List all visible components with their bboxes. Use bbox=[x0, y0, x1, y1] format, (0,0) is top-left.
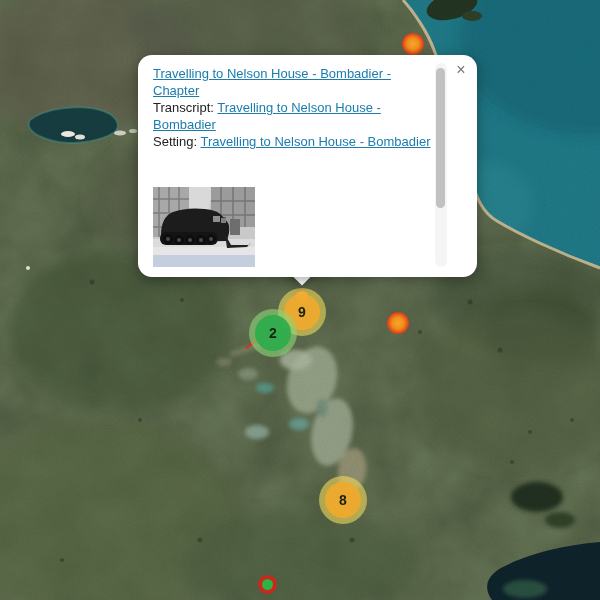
map-canvas[interactable]: 9 2 8 Travelling to Nelson House - Bomba… bbox=[0, 0, 600, 600]
popup-close-button[interactable]: × bbox=[453, 62, 469, 78]
cluster-count: 2 bbox=[255, 315, 291, 351]
map-point-marker-east[interactable] bbox=[387, 312, 409, 334]
transcript-label: Transcript: bbox=[153, 100, 217, 115]
map-popup: Travelling to Nelson House - Bombadier -… bbox=[138, 55, 477, 277]
setting-label: Setting: bbox=[153, 134, 200, 149]
cluster-count: 8 bbox=[325, 482, 361, 518]
bombardier-photo bbox=[153, 187, 255, 267]
cluster-marker-2[interactable]: 2 bbox=[249, 309, 297, 357]
map-point-marker-north[interactable] bbox=[402, 33, 424, 55]
popup-scrollbar-thumb[interactable] bbox=[436, 68, 445, 208]
story-title-link[interactable]: Travelling to Nelson House - Bombadier -… bbox=[153, 65, 433, 99]
popup-body: Travelling to Nelson House - Bombadier -… bbox=[138, 55, 477, 277]
cluster-marker-8[interactable]: 8 bbox=[319, 476, 367, 524]
popup-content: Travelling to Nelson House - Bombadier -… bbox=[153, 65, 447, 150]
setting-link[interactable]: Travelling to Nelson House - Bombadier bbox=[200, 134, 430, 149]
popup-scrollbar[interactable] bbox=[435, 63, 447, 267]
map-point-marker-south[interactable] bbox=[258, 575, 277, 594]
